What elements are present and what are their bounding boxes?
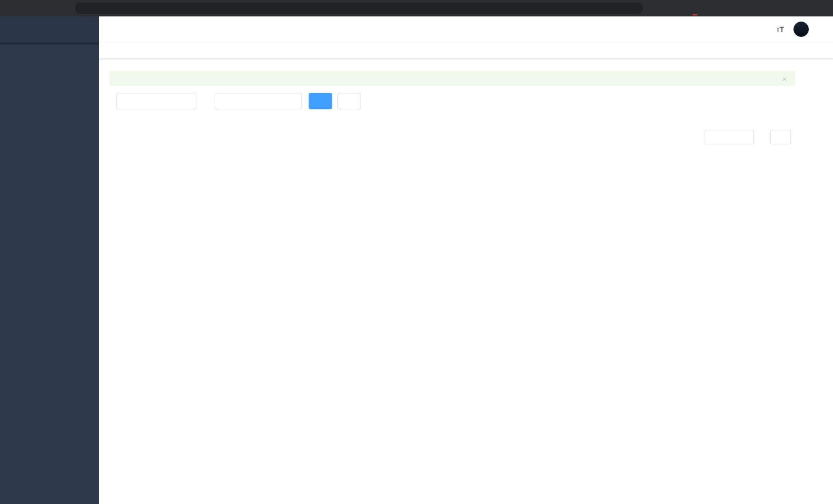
ext-gem-icon[interactable] xyxy=(703,4,711,13)
ext-blocker-icon[interactable] xyxy=(686,4,695,13)
ext-star-icon[interactable] xyxy=(752,4,761,13)
refresh-icon xyxy=(345,98,351,105)
puzzle-icon xyxy=(768,4,777,13)
search-button[interactable] xyxy=(309,93,332,109)
gem-icon xyxy=(703,4,711,13)
logo-rabbit-icon xyxy=(7,22,23,37)
side-panel-icon[interactable] xyxy=(785,4,793,13)
pagination xyxy=(109,130,795,144)
page-content: × xyxy=(109,59,795,504)
info-icon[interactable] xyxy=(81,5,87,12)
user-type-select[interactable] xyxy=(215,93,302,109)
green-star-icon xyxy=(752,4,761,13)
dot-circle-icon xyxy=(735,4,744,13)
navbar-actions: TT xyxy=(707,22,824,37)
github-icon[interactable] xyxy=(724,25,733,34)
home-icon[interactable] xyxy=(56,4,65,13)
app-window: TT × xyxy=(0,16,833,504)
back-icon[interactable] xyxy=(7,4,15,13)
extensions-puzzle-icon[interactable] xyxy=(768,4,777,13)
fullscreen-icon[interactable] xyxy=(759,25,768,34)
extension-badge xyxy=(692,14,697,15)
top-navbar: TT xyxy=(99,16,833,42)
ext-emoji-icon[interactable] xyxy=(801,4,810,13)
chevron-down-icon xyxy=(744,134,750,140)
user-avatar[interactable] xyxy=(793,22,809,37)
tabs-bar xyxy=(99,42,833,59)
panel-icon xyxy=(785,4,793,13)
reload-icon[interactable] xyxy=(40,4,48,13)
caret-down-icon[interactable] xyxy=(818,28,824,33)
browser-menu-icon[interactable] xyxy=(818,4,826,13)
filter-bar xyxy=(109,93,795,109)
ext-command-icon[interactable] xyxy=(719,4,728,13)
chevron-down-icon xyxy=(290,98,296,104)
search-icon xyxy=(316,98,323,105)
sidebar-toggle-icon[interactable] xyxy=(107,25,117,34)
alert-close-icon[interactable]: × xyxy=(782,74,787,83)
search-icon[interactable] xyxy=(707,25,716,34)
ext-record-icon[interactable] xyxy=(735,4,744,13)
address-bar[interactable] xyxy=(75,3,643,14)
success-check-icon xyxy=(118,75,125,83)
user-id-input[interactable] xyxy=(116,93,197,109)
reset-button[interactable] xyxy=(337,93,361,109)
browser-toolbar xyxy=(0,0,833,16)
app-logo[interactable] xyxy=(0,16,99,42)
bookmark-star-icon[interactable] xyxy=(670,4,678,13)
cmd-circle-icon xyxy=(719,4,728,13)
goto-page-input[interactable] xyxy=(770,130,791,144)
emoji-icon xyxy=(801,4,810,13)
main-panel: TT × xyxy=(99,16,833,504)
alert-banner: × xyxy=(109,71,795,86)
page-size-select[interactable] xyxy=(705,130,754,144)
share-icon[interactable] xyxy=(653,4,662,13)
forward-icon[interactable] xyxy=(23,4,32,13)
font-size-icon[interactable]: TT xyxy=(777,25,784,33)
help-icon[interactable] xyxy=(742,25,751,34)
screenshot-root: TT × xyxy=(0,0,833,504)
sidebar-menu-bottom xyxy=(0,45,99,504)
sidebar xyxy=(0,16,99,504)
ext-tag-icon xyxy=(686,4,695,13)
